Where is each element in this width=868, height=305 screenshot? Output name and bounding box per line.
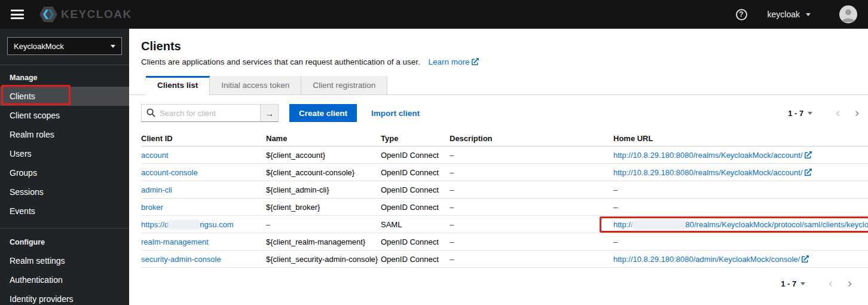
tab-label: Initial access token — [221, 81, 289, 90]
page-title: Clients — [141, 39, 856, 53]
pagination-chevrons: ‹ › — [828, 108, 867, 118]
sidebar-item-authentication[interactable]: Authentication — [0, 270, 129, 289]
client-id-link[interactable]: broker — [141, 203, 163, 212]
pagination-range-dropdown[interactable]: 1 - 7 — [781, 279, 805, 288]
home-url-link[interactable]: http://10.8.29.180:8080/realms/KeycloakM… — [613, 168, 812, 177]
cell-home-url: http://80/realms/KeycloakMock/protocol/s… — [613, 218, 868, 231]
redacted-text-prefix: https://d — [141, 220, 169, 229]
table-row: https://dngsu.com–SAML–http://80/realms/… — [141, 216, 868, 233]
cell-type: OpenID Connect — [381, 237, 450, 246]
tab-client-registration[interactable]: Client registration — [301, 76, 387, 94]
column-header-name: Name — [266, 134, 381, 143]
user-menu-dropdown[interactable]: keycloak — [768, 10, 811, 19]
pagination-range-dropdown[interactable]: 1 - 7 — [788, 109, 812, 118]
redaction-blur — [633, 221, 686, 228]
cell-description: – — [450, 255, 613, 264]
sidebar-item-client-scopes[interactable]: Client scopes — [0, 106, 129, 125]
cell-name: ${client_account} — [266, 151, 381, 160]
column-header-description: Description — [450, 134, 613, 143]
sidebar-item-groups[interactable]: Groups — [0, 163, 129, 182]
chevron-down-icon — [111, 45, 115, 48]
import-client-link[interactable]: Import client — [371, 109, 420, 118]
cell-type: OpenID Connect — [381, 203, 450, 212]
next-page-button[interactable]: › — [841, 278, 860, 289]
client-id-link[interactable]: https://dngsu.com — [141, 220, 234, 229]
cell-name: – — [266, 220, 381, 229]
annotation-box-active-item — [1, 85, 71, 105]
hamburger-menu-icon[interactable] — [11, 10, 24, 19]
next-page-button[interactable]: › — [848, 108, 867, 118]
sidebar-item-sessions[interactable]: Sessions — [0, 182, 129, 202]
tab-initial-access-token[interactable]: Initial access token — [210, 76, 301, 94]
client-id-link[interactable]: realm-management — [141, 237, 209, 246]
pagination-chevrons: ‹ › — [821, 278, 860, 289]
search-group: → — [141, 104, 279, 122]
previous-page-button[interactable]: ‹ — [828, 108, 847, 118]
keycloak-admin-page: KEYCLOAK ? keycloak KeycloakMock Manage — [0, 0, 868, 305]
cell-description: – — [450, 151, 613, 160]
pagination-bottom: 1 - 7 ‹ › — [781, 278, 860, 289]
table-row: realm-management${client_realm-managemen… — [141, 233, 868, 251]
sidebar-item-users[interactable]: Users — [0, 144, 129, 163]
client-id-link[interactable]: account — [141, 151, 169, 160]
pagination-range-label: 1 - 7 — [781, 279, 796, 288]
home-url-link[interactable]: http://10.8.29.180:8080/realms/KeycloakM… — [613, 151, 812, 160]
search-box — [141, 104, 261, 122]
cell-type: SAML — [381, 220, 450, 229]
sidebar-item-identity-providers[interactable]: Identity providers — [0, 289, 129, 305]
clients-table: Client ID Name Type Description Home URL… — [141, 130, 868, 268]
pagination-range-label: 1 - 7 — [788, 109, 803, 118]
cell-type: OpenID Connect — [381, 185, 450, 194]
cell-home-url: http://10.8.29.180:8080/admin/KeycloakMo… — [613, 255, 868, 264]
sidebar: KeycloakMock ManageClientsClient scopesR… — [0, 29, 129, 305]
chevron-down-icon — [806, 13, 811, 16]
cell-home-url: – — [613, 237, 868, 246]
realm-selector-dropdown[interactable]: KeycloakMock — [7, 37, 122, 55]
column-header-type: Type — [381, 134, 450, 143]
cell-name: ${client_account-console} — [266, 168, 381, 177]
user-menu-label: keycloak — [768, 10, 800, 19]
home-url-wrap: http://10.8.29.180:8080/realms/KeycloakM… — [613, 151, 812, 160]
cell-name: ${client_admin-cli} — [266, 185, 381, 194]
nav-section-manage: Manage — [0, 65, 129, 87]
home-url-link[interactable]: http://10.8.29.180:8080/admin/KeycloakMo… — [613, 255, 809, 264]
table-row: broker${client_broker}OpenID Connect–– — [141, 199, 868, 216]
learn-more-link[interactable]: Learn more — [429, 57, 479, 66]
cell-client-id: account — [141, 151, 266, 160]
table-row: account${client_account}OpenID Connect–h… — [141, 147, 868, 164]
client-id-link[interactable]: account-console — [141, 168, 198, 177]
cell-name: ${client_broker} — [266, 203, 381, 212]
external-link-icon — [802, 255, 809, 263]
sidebar-item-events[interactable]: Events — [0, 202, 129, 221]
brand-text: KEYCLOAK — [61, 8, 132, 21]
chevron-down-icon — [808, 112, 812, 115]
help-icon[interactable]: ? — [736, 9, 747, 20]
redaction-blur — [169, 221, 200, 228]
bottom-bar: 1 - 7 ‹ › — [129, 268, 868, 289]
home-url-link[interactable]: http://80/realms/KeycloakMock/protocol/s… — [613, 220, 868, 229]
client-id-link[interactable]: security-admin-console — [141, 255, 221, 264]
cell-client-id: admin-cli — [141, 185, 266, 194]
realm-selector-wrap: KeycloakMock — [0, 29, 129, 65]
create-client-button[interactable]: Create client — [289, 104, 357, 122]
redacted-text-suffix: 80/realms/KeycloakMock/protocol/saml/cli… — [686, 220, 868, 229]
redacted-text-suffix: ngsu.com — [200, 220, 233, 229]
search-input[interactable] — [141, 104, 261, 122]
client-id-link[interactable]: admin-cli — [141, 185, 172, 194]
sidebar-item-realm-roles[interactable]: Realm roles — [0, 125, 129, 144]
tab-clients-list[interactable]: Clients list — [146, 76, 210, 95]
table-row: security-admin-console${client_security-… — [141, 251, 868, 268]
cell-type: OpenID Connect — [381, 151, 450, 160]
previous-page-button[interactable]: ‹ — [821, 278, 840, 289]
sidebar-item-realm-settings[interactable]: Realm settings — [0, 251, 129, 270]
avatar[interactable] — [839, 5, 857, 23]
main-content: Clients Clients are applications and ser… — [129, 29, 868, 305]
sidebar-item-clients[interactable]: Clients — [0, 87, 129, 106]
search-submit-button[interactable]: → — [261, 104, 279, 122]
tab-label: Clients list — [157, 81, 198, 90]
cell-name: ${client_security-admin-console} — [266, 255, 381, 264]
empty-value-dash: – — [613, 203, 618, 212]
cell-client-id: realm-management — [141, 237, 266, 246]
external-link-icon — [805, 151, 812, 158]
search-icon — [146, 108, 155, 117]
